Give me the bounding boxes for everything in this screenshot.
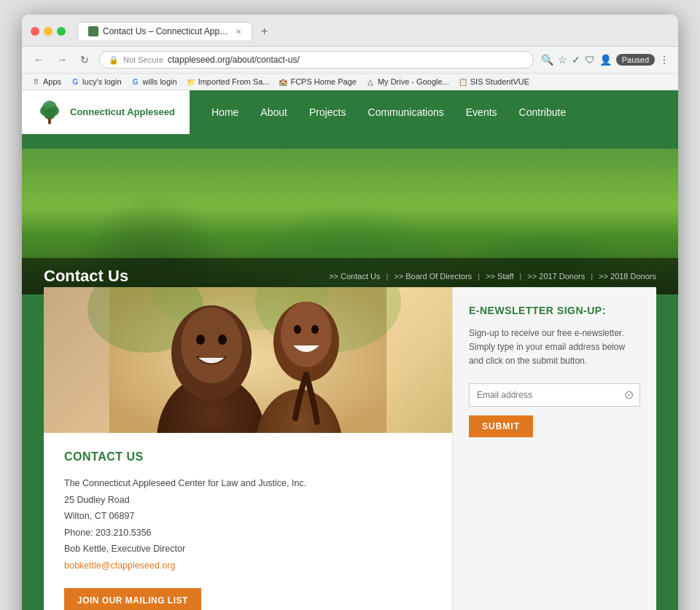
address-line2: Wilton, CT 06897 — [64, 508, 432, 525]
right-column: E-NEWSLETTER SIGN-UP: Sign-up to receive… — [452, 287, 656, 610]
browser-titlebar: Contact Us – Connecticut App… ✕ + — [22, 15, 678, 47]
browser-window: Contact Us – Connecticut App… ✕ + ← → ↻ … — [22, 15, 678, 610]
drive-icon: △ — [365, 77, 376, 87]
not-secure-label: Not Secure — [123, 55, 163, 64]
email-input[interactable] — [470, 384, 618, 406]
browser-tab[interactable]: Contact Us – Connecticut App… ✕ — [77, 22, 252, 40]
bookmark-lucys-login[interactable]: G lucy's login — [70, 77, 121, 87]
bookmark-fcps[interactable]: 🏫 FCPS Home Page — [278, 77, 356, 87]
logo-tree-icon — [36, 99, 63, 125]
forward-button[interactable]: → — [54, 52, 70, 67]
bookmark-wills-label: wills login — [143, 77, 177, 86]
newsletter-heading: E-NEWSLETTER SIGN-UP: — [469, 305, 640, 316]
address-line1: 25 Dudley Road — [64, 492, 432, 509]
bc-staff[interactable]: >> Staff — [486, 272, 513, 281]
search-icon[interactable]: 🔍 — [541, 54, 553, 66]
maximize-button[interactable] — [57, 27, 66, 36]
back-button[interactable]: ← — [31, 52, 47, 67]
svg-point-3 — [44, 108, 55, 120]
menu-icon[interactable]: ⋮ — [659, 54, 669, 66]
newsletter-description: Sign-up to receive our free e-newsletter… — [469, 326, 640, 369]
sis-icon: 📋 — [458, 77, 468, 87]
address-bar[interactable]: 🔒 Not Secure ctappleseed.org/about/conta… — [99, 51, 534, 69]
email-spinner-icon: ⊙ — [618, 388, 639, 402]
contact-info: The Connecticut Appleseed Center for Law… — [64, 475, 432, 574]
fcps-icon: 🏫 — [278, 77, 288, 87]
site-header: Connecticut Appleseed Home About Project… — [22, 90, 678, 134]
bookmark-wills-login[interactable]: G wills login — [131, 77, 177, 87]
site-nav: Home About Projects Communications Event… — [190, 92, 678, 133]
contact-heading: CONTACT US — [64, 450, 432, 464]
breadcrumb-links: >> Contact Us | >> Board Of Directors | … — [329, 272, 656, 281]
svg-point-20 — [311, 325, 319, 334]
google-icon: G — [70, 77, 80, 87]
bookmark-imported[interactable]: 📁 Imported From Sa... — [186, 77, 270, 87]
bookmark-gdrive-label: My Drive - Google... — [378, 77, 449, 86]
svg-point-6 — [50, 102, 55, 108]
svg-point-19 — [294, 325, 301, 334]
content-grid: CONTACT US The Connecticut Appleseed Cen… — [44, 287, 656, 610]
nav-events[interactable]: Events — [466, 92, 497, 133]
browser-bookmarks: ⠿ Apps G lucy's login G wills login 📁 Im… — [22, 74, 678, 90]
phone: Phone: 203.210.5356 — [64, 525, 432, 541]
contact-person: Bob Kettle, Executive Director — [64, 541, 432, 558]
mailing-list-button[interactable]: JOIN OUR MAILING LIST — [64, 588, 201, 610]
check-icon: ✓ — [572, 54, 580, 66]
new-tab-button[interactable]: + — [261, 25, 268, 38]
star-icon[interactable]: ☆ — [558, 54, 567, 66]
submit-button[interactable]: SUBMIT — [469, 415, 533, 437]
bc-contact-us[interactable]: >> Contact Us — [329, 272, 380, 281]
shield-icon: 🛡 — [585, 54, 595, 66]
close-button[interactable] — [31, 27, 39, 36]
browser-addressbar: ← → ↻ 🔒 Not Secure ctappleseed.org/about… — [22, 47, 678, 74]
paused-label: Paused — [616, 54, 655, 66]
tab-favicon — [88, 26, 98, 36]
minimize-button[interactable] — [44, 27, 52, 36]
bookmark-sis[interactable]: 📋 SIS StudentVUE — [458, 77, 529, 87]
apps-icon: ⠿ — [31, 77, 41, 87]
email-input-container: ⊙ — [469, 383, 640, 407]
svg-point-5 — [44, 103, 50, 109]
refresh-button[interactable]: ↻ — [77, 52, 92, 67]
bc-board[interactable]: >> Board Of Directors — [394, 272, 472, 281]
org-name: The Connecticut Appleseed Center for Law… — [64, 475, 432, 492]
lock-icon: 🔒 — [109, 55, 119, 65]
svg-point-13 — [181, 308, 242, 383]
tab-title: Contact Us – Connecticut App… — [103, 26, 228, 36]
bc-2018-donors[interactable]: >> 2018 Donors — [599, 272, 656, 281]
url-text: ctappleseed.org/about/contact-us/ — [168, 55, 524, 65]
bc-2017-donors[interactable]: >> 2017 Donors — [527, 272, 585, 281]
svg-point-14 — [196, 335, 205, 345]
nav-home[interactable]: Home — [211, 92, 238, 133]
website: Connecticut Appleseed Home About Project… — [22, 90, 678, 610]
content-card: CONTACT US The Connecticut Appleseed Cen… — [44, 287, 656, 610]
svg-point-15 — [218, 335, 227, 345]
people-illustration — [44, 287, 452, 433]
logo-text: Connecticut Appleseed — [70, 106, 175, 119]
nav-communications[interactable]: Communications — [368, 92, 444, 133]
bookmark-sis-label: SIS StudentVUE — [470, 77, 529, 86]
site-logo[interactable]: Connecticut Appleseed — [22, 90, 190, 134]
hero-section: Contact Us >> Contact Us | >> Board Of D… — [22, 149, 678, 294]
nav-contribute[interactable]: Contribute — [519, 92, 567, 133]
tab-close-icon[interactable]: ✕ — [236, 28, 241, 36]
google-icon-2: G — [131, 77, 141, 87]
bookmark-imported-label: Imported From Sa... — [198, 77, 270, 86]
nav-projects[interactable]: Projects — [309, 92, 346, 133]
left-column: CONTACT US The Connecticut Appleseed Cen… — [44, 287, 452, 610]
page-title: Contact Us — [44, 267, 128, 286]
svg-rect-4 — [48, 118, 51, 124]
folder-icon: 📁 — [186, 77, 196, 87]
bookmark-apps[interactable]: ⠿ Apps — [31, 77, 61, 87]
traffic-lights — [31, 27, 66, 36]
bookmark-gdrive[interactable]: △ My Drive - Google... — [365, 77, 449, 87]
contact-section: CONTACT US The Connecticut Appleseed Cen… — [44, 433, 452, 610]
email-link[interactable]: bobkettle@ctappleseed.org — [64, 560, 175, 571]
bookmark-apps-label: Apps — [43, 77, 61, 86]
hero-photo — [44, 287, 452, 433]
bookmark-fcps-label: FCPS Home Page — [290, 77, 356, 86]
address-actions: 🔍 ☆ ✓ 🛡 👤 Paused ⋮ — [541, 54, 669, 66]
svg-point-18 — [281, 302, 332, 367]
nav-about[interactable]: About — [260, 92, 287, 133]
bookmark-lucys-label: lucy's login — [82, 77, 121, 86]
